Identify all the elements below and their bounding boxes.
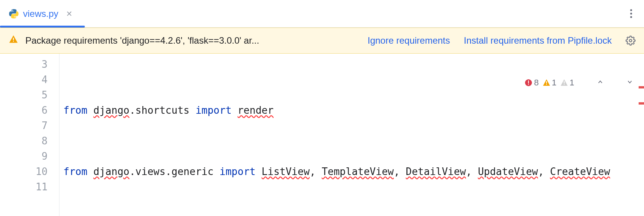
python-file-icon [8,8,19,19]
svg-rect-8 [564,81,565,83]
error-count: 8 [534,75,538,90]
line-number: 9 [0,149,48,164]
weak-warning-indicator[interactable]: 1 [560,75,574,90]
banner-settings-icon[interactable] [626,36,636,46]
error-marker[interactable] [639,86,644,88]
more-actions-icon[interactable] [626,8,636,19]
file-tab-label: views.py [23,8,58,19]
error-stripe[interactable] [638,54,644,216]
code-editor[interactable]: 34567891011 from django.shortcuts import… [0,54,644,216]
warning-indicator[interactable]: 1 [543,75,556,90]
close-tab-icon[interactable]: ✕ [66,9,73,18]
error-indicator[interactable]: 8 [525,75,538,90]
file-tab[interactable]: views.py ✕ [0,0,81,27]
svg-rect-6 [546,81,547,83]
svg-rect-5 [528,84,529,85]
banner-message: Package requirements 'django==4.2.6', 'f… [25,35,259,46]
line-number: 8 [0,133,48,149]
line-number: 4 [0,72,48,87]
svg-rect-1 [13,41,14,42]
ignore-requirements-link[interactable]: Ignore requirements [368,35,450,46]
code-area[interactable]: from django.shortcuts import render from… [59,54,644,216]
line-number: 7 [0,118,48,133]
prev-highlight-icon[interactable] [578,60,604,106]
svg-rect-4 [528,80,529,83]
line-number: 3 [0,57,48,72]
code-line: from django.views.generic import ListVie… [63,164,640,179]
warning-count: 1 [552,75,556,90]
tab-actions [626,8,644,19]
line-number: 6 [0,103,48,118]
package-requirements-banner: Package requirements 'django==4.2.6', 'f… [0,28,644,54]
next-highlight-icon[interactable] [608,60,633,106]
line-number: 11 [0,179,48,195]
error-marker[interactable] [639,102,644,105]
svg-rect-9 [564,84,565,85]
svg-rect-0 [13,38,14,41]
weak-warning-count: 1 [570,75,574,90]
warning-triangle-icon [8,34,18,47]
svg-rect-7 [546,84,547,85]
line-number-gutter: 34567891011 [0,54,59,216]
inspection-summary[interactable]: 8 1 1 [523,59,635,106]
line-number: 5 [0,87,48,103]
line-number: 10 [0,164,48,179]
install-requirements-link[interactable]: Install requirements from Pipfile.lock [464,35,612,46]
active-tab-indicator [0,26,85,28]
svg-point-2 [629,39,632,42]
tab-bar: views.py ✕ [0,0,644,28]
